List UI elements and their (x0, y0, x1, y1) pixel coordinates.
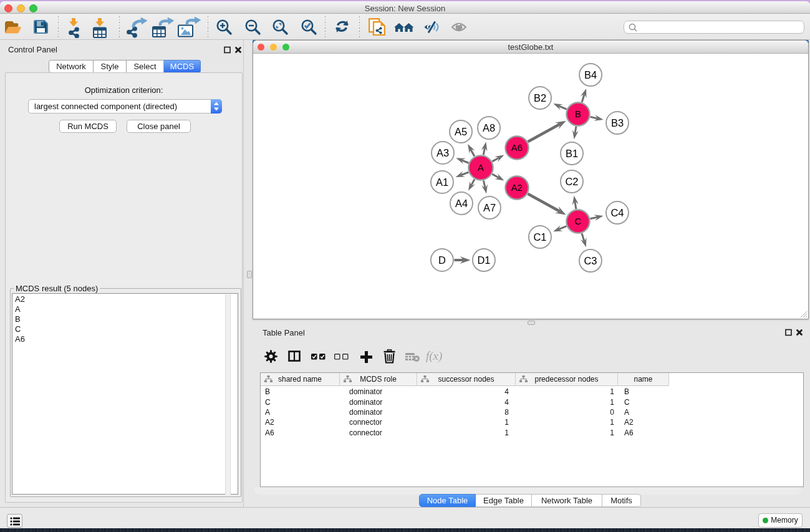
svg-text:f(x): f(x) (426, 350, 442, 363)
